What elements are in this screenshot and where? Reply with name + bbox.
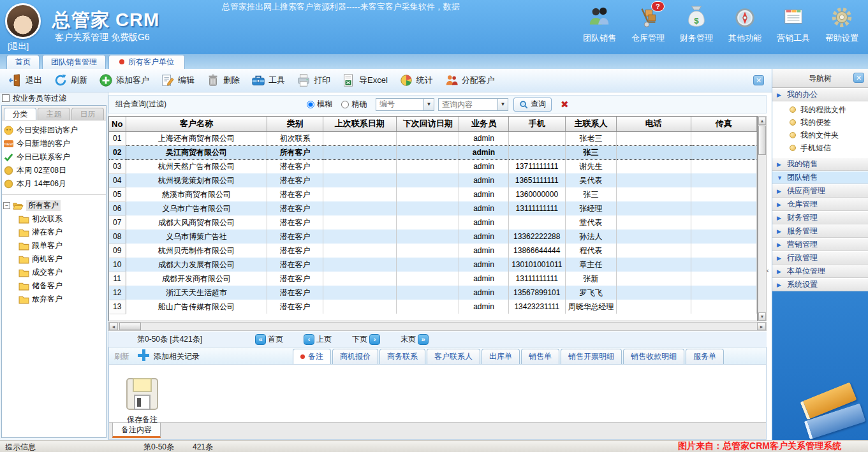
quick-item-本月 14年06月[interactable]: 本月 14年06月 [4,177,104,191]
scroll-right-icon[interactable]: ► [757,323,766,330]
tree-item-初次联系[interactable]: 初次联系 [18,212,105,226]
nav-section-系统设置[interactable]: ▶系统设置 [772,278,868,291]
vertical-scroll-thumb[interactable] [758,126,766,155]
nav-subitem-手机短信[interactable]: 手机短信 [772,142,868,154]
打印-button[interactable]: 打印 [291,71,336,89]
scroll-down-icon[interactable]: ▼ [758,312,766,321]
nav-section-我的办公[interactable]: ▶我的办公 [772,88,868,101]
tree-item-储备客户[interactable]: 储备客户 [18,279,105,293]
column-header-传真[interactable]: 传真 [691,117,756,131]
添加客户-button[interactable]: 添加客户 [93,71,155,89]
filter-checkbox[interactable] [2,94,10,102]
column-header-客户名称[interactable]: 客户名称 [126,117,267,131]
last-page-button[interactable]: 末页 » [401,334,429,345]
nav-section-仓库管理[interactable]: ▶仓库管理 [772,198,868,211]
nav-section-供应商管理[interactable]: ▶供应商管理 [772,184,868,198]
user-avatar[interactable] [5,3,41,39]
logout-link[interactable]: [退出] [8,41,29,52]
detail-tab-销售收款明细[interactable]: 销售收款明细 [623,349,684,364]
nav-subitem-我的便签[interactable]: 我的便签 [772,116,868,129]
tab-所有客户单位[interactable]: 所有客户单位 [108,55,185,69]
quick-item-今日已联系客户[interactable]: 今日已联系客户 [4,150,104,164]
column-header-主联系人[interactable]: 主联系人 [565,117,616,131]
exact-radio[interactable] [341,101,349,108]
退出-button[interactable]: 退出 [3,71,48,89]
detail-tab-商机报价[interactable]: 商机报价 [332,349,378,364]
collapse-navtree-icon[interactable]: ‹ [767,266,769,274]
nav-subitem-我的文件夹[interactable]: 我的文件夹 [772,129,868,142]
table-row[interactable]: 05慈溪市商贸有限公司潜在客户admin1360000000张三 [109,187,757,201]
tree-item-放弃客户[interactable]: 放弃客户 [18,293,105,306]
query-field-select[interactable]: 编号 ▼ [376,98,434,111]
left-tab-日历[interactable]: 日历 [71,108,104,120]
tree-item-潜在客户[interactable]: 潜在客户 [18,226,105,239]
detail-tab-出库单[interactable]: 出库单 [482,349,520,364]
detail-tab-备注[interactable]: 备注 [293,349,331,364]
header-nav-item-帮助设置[interactable]: 帮助设置 [821,4,863,44]
exact-radio-option[interactable]: 精确 [341,99,367,110]
nav-section-营销管理[interactable]: ▶营销管理 [772,238,868,251]
工具-button[interactable]: 工具 [246,71,291,89]
nav-section-财务管理[interactable]: ▶财务管理 [772,211,868,224]
header-nav-item-团队销售[interactable]: 团队销售 [578,4,621,44]
统计-button[interactable]: 统计 [394,71,439,89]
detail-tab-客户联系人[interactable]: 客户联系人 [427,349,480,364]
table-row[interactable]: 03杭州天然广告有限公司潜在客户admin13711111111谢先生 [109,159,757,173]
tree-item-商机客户[interactable]: 商机客户 [18,252,105,266]
header-nav-item-营销工具[interactable]: 营销工具 [772,4,814,44]
scroll-left-icon[interactable]: ◄ [109,323,118,330]
horizontal-scroll-thumb[interactable] [119,323,141,330]
detail-tab-服务单[interactable]: 服务单 [686,349,724,364]
header-nav-item-财务管理[interactable]: $财务管理 [675,4,717,44]
left-tab-主题[interactable]: 主题 [38,108,70,120]
table-row[interactable]: 06义乌市广告有限公司潜在客户admin13111111111张经理 [109,201,757,215]
删除-button[interactable]: 删除 [200,71,246,89]
nav-section-服务管理[interactable]: ▶服务管理 [772,224,868,238]
save-note-button[interactable]: 保存备注 [122,374,163,425]
chevron-down-icon[interactable]: ▼ [497,99,508,110]
toolbar-close-icon[interactable]: ✕ [753,75,764,85]
table-row[interactable]: 02吴江商贸有限公司所有客户admin张三 [109,145,757,159]
nav-section-我的销售[interactable]: ▶我的销售 [772,157,868,171]
table-row[interactable]: 11成都开发商有限公司潜在客户admin13111111111张新 [109,272,757,286]
horizontal-scrollbar[interactable]: ◄ ► [108,322,767,331]
table-row[interactable]: 08义乌市博策广告社潜在客户admin13362222288孙法人 [109,230,757,244]
table-row[interactable]: 10成都大力发展有限公司潜在客户admin130101001011章主任 [109,258,757,272]
fuzzy-radio[interactable] [307,101,314,108]
nav-section-本单位管理[interactable]: ▶本单位管理 [772,265,868,278]
column-header-下次回访日期[interactable]: 下次回访日期 [397,117,459,131]
导Excel-button[interactable]: 导Excel [336,71,394,89]
column-header-类别[interactable]: 类别 [267,117,323,131]
column-header-No[interactable]: No [109,117,126,131]
search-button[interactable]: 查询 [513,98,552,112]
table-row[interactable]: 07成都大风商贸有限公司潜在客户admin堂代表 [109,215,757,230]
nav-subitem-我的程批文件[interactable]: 我的程批文件 [772,103,868,116]
quick-item-今日新增的客户[interactable]: NEW今日新增的客户 [4,137,104,150]
column-header-业务员[interactable]: 业务员 [459,117,508,131]
header-nav-item-其他功能[interactable]: 其他功能 [724,4,766,44]
query-content-input[interactable] [439,99,497,110]
column-header-上次联系日期[interactable]: 上次联系日期 [323,117,396,131]
column-header-手机[interactable]: 手机 [508,117,565,131]
tree-collapse-icon[interactable]: − [3,202,10,209]
table-row[interactable]: 13船山广告传媒有限公司潜在客户admin13423231111周晓华总经理 [109,300,757,314]
fuzzy-radio-option[interactable]: 模糊 [307,99,332,110]
tab-首页[interactable]: 首页 [6,55,40,69]
clear-filter-icon[interactable]: ✖ [561,99,569,110]
tab-团队销售管理[interactable]: 团队销售管理 [42,55,106,69]
left-tab-分类[interactable]: 分类 [4,108,36,120]
tree-item-成交客户[interactable]: 成交客户 [18,266,105,279]
table-row[interactable]: 04杭州视觉策划有限公司潜在客户admin13651111111吴代表 [109,173,757,187]
tree-root-row[interactable]: − 所有客户 [3,199,105,212]
detail-tab-销售开票明细[interactable]: 销售开票明细 [561,349,622,364]
navtree-close-icon[interactable]: ✕ [853,73,864,83]
编辑-button[interactable]: 编辑 [155,71,200,89]
chevron-down-icon[interactable]: ▼ [423,99,434,110]
tree-item-跟单客户[interactable]: 跟单客户 [18,239,105,252]
quick-item-今日安排回访客户[interactable]: 今日安排回访客户 [4,124,104,137]
column-header-电话[interactable]: 电话 [617,117,691,131]
分配客户-button[interactable]: 分配客户 [439,71,501,89]
刷新-button[interactable]: 刷新 [48,71,93,89]
table-row[interactable]: 01上海还有商贸有限公司初次联系admin张老三 [109,131,757,145]
detail-refresh-button[interactable]: 刷新 [114,351,129,362]
